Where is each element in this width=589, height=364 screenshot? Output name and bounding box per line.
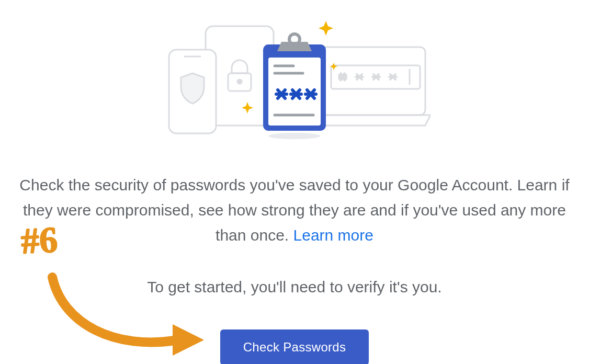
check-passwords-button[interactable]: Check Passwords — [220, 329, 369, 364]
verify-subtext: To get started, you'll need to verify it… — [147, 278, 441, 296]
svg-point-38 — [268, 133, 321, 139]
password-checkup-illustration — [158, 10, 431, 141]
password-checkup-panel: Check the security of passwords you've s… — [0, 0, 589, 364]
learn-more-link[interactable]: Learn more — [293, 226, 373, 244]
annotation-arrow-icon — [42, 261, 209, 364]
annotation-step-number: #6 — [20, 219, 59, 263]
svg-point-20 — [237, 79, 242, 84]
svg-marker-39 — [173, 324, 204, 356]
description-text: Check the security of passwords you've s… — [7, 173, 582, 248]
